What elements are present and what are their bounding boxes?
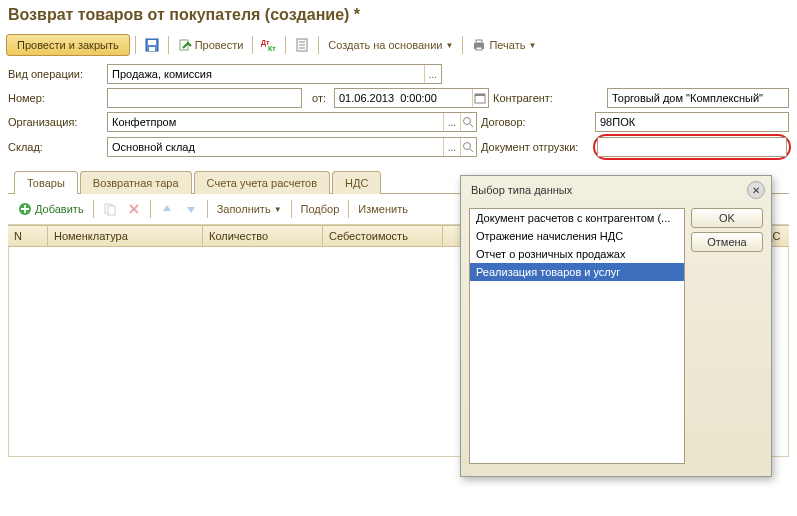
number-label: Номер: [8,92,103,104]
tab-tare[interactable]: Возвратная тара [80,171,192,194]
ellipsis-icon[interactable]: ... [424,65,441,83]
col-cost[interactable]: Себестоимость [323,226,443,246]
calendar-icon[interactable] [472,89,488,107]
chevron-down-icon: ▼ [445,41,453,50]
fill-button[interactable]: Заполнить ▼ [213,200,286,218]
list-item[interactable]: Документ расчетов с контрагентом (... [470,209,684,227]
tab-goods[interactable]: Товары [14,171,78,194]
shipment-field[interactable] [597,137,787,157]
create-on-base-button[interactable]: Создать на основании ▼ [324,36,457,54]
form-icon[interactable] [291,34,313,56]
from-label: от: [306,92,330,104]
chevron-down-icon: ▼ [528,41,536,50]
date-field[interactable] [334,88,489,108]
search-icon[interactable] [460,113,476,131]
svg-point-15 [464,118,471,125]
post-and-close-button[interactable]: Провести и закрыть [6,34,130,56]
svg-rect-23 [108,206,115,215]
op-type-label: Вид операции: [8,68,103,80]
chevron-down-icon: ▼ [274,205,282,214]
contract-label: Договор: [481,116,591,128]
svg-point-17 [464,143,471,150]
page-title: Возврат товаров от покупателя (создание)… [0,0,797,32]
print-button[interactable]: Печать ▼ [468,35,540,55]
ellipsis-icon[interactable]: ... [443,113,459,131]
org-field[interactable]: ... [107,112,477,132]
tab-accounts[interactable]: Счета учета расчетов [194,171,330,194]
counterparty-field[interactable] [607,88,789,108]
svg-rect-14 [475,94,485,96]
post-button[interactable]: Провести [174,35,248,55]
warehouse-field[interactable]: ... [107,137,477,157]
list-item[interactable]: Отражение начисления НДС [470,227,684,245]
copy-icon[interactable] [99,198,121,220]
op-type-field[interactable]: ... [107,64,442,84]
svg-rect-11 [476,40,482,43]
shipment-label: Документ отгрузки: [481,141,591,153]
dialog-title: Выбор типа данных [471,184,572,196]
add-button[interactable]: Добавить [14,200,88,218]
main-toolbar: Провести и закрыть Провести ДтКт Создать… [0,32,797,64]
svg-rect-2 [149,47,155,51]
move-down-icon[interactable] [180,198,202,220]
col-nom[interactable]: Номенклатура [48,226,203,246]
delete-icon[interactable] [123,198,145,220]
org-label: Организация: [8,116,103,128]
svg-rect-12 [476,47,482,50]
move-up-icon[interactable] [156,198,178,220]
svg-line-16 [470,124,473,127]
svg-rect-1 [148,40,156,45]
dialog-list[interactable]: Документ расчетов с контрагентом (... От… [469,208,685,464]
ok-button[interactable]: OK [691,208,763,228]
ellipsis-icon[interactable]: ... [443,138,459,156]
shipment-highlight [593,134,791,160]
pick-button[interactable]: Подбор [297,200,344,218]
list-item[interactable]: Отчет о розничных продажах [470,245,684,263]
type-select-dialog: Выбор типа данных ✕ Документ расчетов с … [460,175,772,477]
save-icon[interactable] [141,34,163,56]
cancel-button[interactable]: Отмена [691,232,763,252]
contract-field[interactable] [595,112,789,132]
counterparty-label: Контрагент: [493,92,603,104]
search-icon[interactable] [460,138,476,156]
change-button[interactable]: Изменить [354,200,412,218]
dt-kt-icon[interactable]: ДтКт [258,34,280,56]
svg-text:Кт: Кт [268,45,276,52]
close-icon[interactable]: ✕ [747,181,765,199]
col-n[interactable]: N [8,226,48,246]
warehouse-label: Склад: [8,141,103,153]
number-field[interactable] [107,88,302,108]
svg-line-18 [470,149,473,152]
col-qty[interactable]: Количество [203,226,323,246]
list-item[interactable]: Реализация товаров и услуг [470,263,684,281]
tab-vat[interactable]: НДС [332,171,381,194]
